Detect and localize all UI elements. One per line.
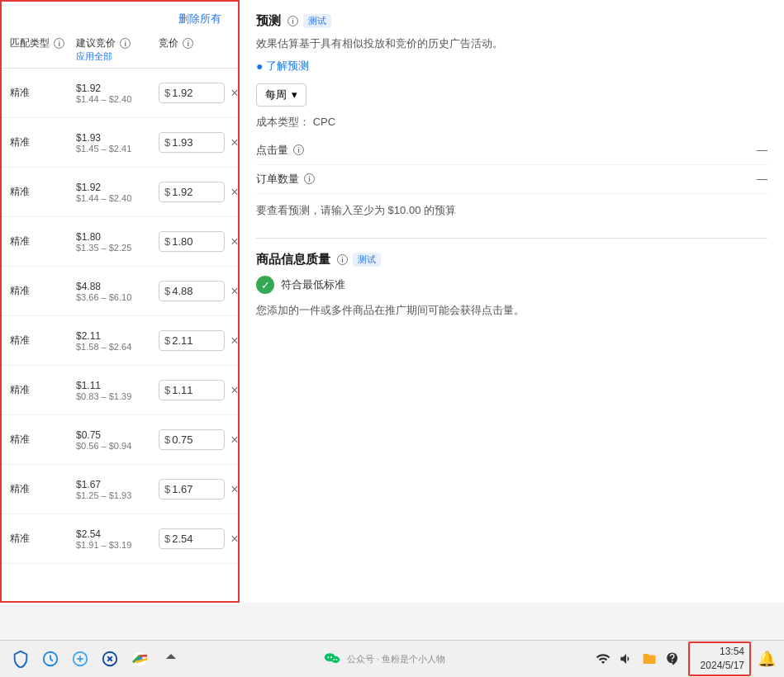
remove-bid-button[interactable]: × [225,285,240,298]
bid-table-row: 精准 $1.80 $1.35 – $2.25 $ × [2,217,238,267]
time-display: 13:54 [695,645,744,659]
match-type-cell: 精准 [10,86,76,100]
forecast-info-icon[interactable]: i [287,16,298,26]
bid-input-field[interactable] [172,186,213,198]
quality-section: 商品信息质量 i 测试 ✓ 符合最低标准 您添加的一件或多件商品在推广期间可能会… [256,252,767,319]
table-header: 匹配类型 i 建议竞价 i 应用全部 竞价 i [2,33,238,69]
bid-table-row: 精准 $0.75 $0.56 – $0.94 $ × [2,415,238,465]
clicks-label: 点击量 i [256,143,304,158]
bid-input-wrap: $ [159,83,225,103]
app1-taskbar-icon[interactable] [38,646,63,671]
watermark-area: 公众号 · 鱼粉是个小人物 [322,649,445,669]
chevron-down-icon: ▾ [292,88,297,101]
orders-row: 订单数量 i — [256,165,767,194]
bid-input-field[interactable] [172,433,213,446]
bid-input-wrap: $ [159,281,225,301]
remove-bid-button[interactable]: × [225,186,240,199]
bid-rows-container: 精准 $1.92 $1.44 – $2.40 $ × 精准 $1.93 $1.4… [2,69,238,564]
suggested-price-cell: $4.88 $3.66 – $6.10 [76,281,159,302]
bid-input-wrap: $ [159,231,225,252]
bid-table-row: 精准 $1.11 $0.83 – $1.39 $ × [2,366,238,415]
suggested-price-cell: $1.93 $1.45 – $2.41 [76,132,159,154]
orders-value: — [757,173,767,185]
chrome-taskbar-icon[interactable] [127,646,152,671]
clicks-row: 点击量 i — [256,136,767,165]
remove-bid-button[interactable]: × [225,533,240,546]
match-type-cell: 精准 [10,482,76,496]
currency-symbol: $ [164,483,170,495]
bid-table-row: 精准 $2.54 $1.91 – $3.19 $ × [2,514,238,564]
folder-icon[interactable] [640,650,658,668]
quality-title: 商品信息质量 i 测试 [256,252,767,267]
currency-symbol: $ [164,87,170,99]
bid-table-row: 精准 $1.92 $1.44 – $2.40 $ × [2,168,238,217]
right-panel: 预测 i 测试 效果估算基于具有相似投放和竞价的历史广告活动。 ● 了解预测 每… [240,0,784,603]
bid-info-icon[interactable]: i [183,38,193,49]
app2-taskbar-icon[interactable] [68,646,93,671]
delete-all-link[interactable]: 删除所有 [10,7,230,31]
currency-symbol: $ [164,384,170,396]
match-type-cell: 精准 [10,234,76,249]
network-icon[interactable] [594,650,612,668]
bid-input-field[interactable] [172,334,213,347]
currency-symbol: $ [164,235,170,248]
security-taskbar-icon[interactable] [8,646,33,671]
volume-icon[interactable] [617,650,635,668]
learn-forecast-link[interactable]: ● 了解预测 [256,59,309,73]
input-method-icon[interactable] [663,650,682,668]
bid-table-row: 精准 $1.92 $1.44 – $2.40 $ × [2,69,238,118]
match-type-cell: 精准 [10,284,76,298]
suggested-bid-info-icon[interactable]: i [120,38,131,49]
suggested-price-cell: $0.75 $0.56 – $0.94 [76,429,159,451]
quality-description: 您添加的一件或多件商品在推广期间可能会获得点击量。 [256,302,767,319]
svg-point-6 [331,656,340,663]
quality-info-icon[interactable]: i [337,254,348,265]
suggested-price-cell: $1.67 $1.25 – $1.93 [76,479,159,500]
taskbar-right: 13:54 2024/5/17 🔔 [586,641,784,676]
bid-table-row: 精准 $2.11 $1.58 – $2.64 $ × [2,316,238,366]
date-display: 2024/5/17 [695,659,744,673]
period-dropdown[interactable]: 每周 ▾ [256,83,306,107]
orders-info-icon[interactable]: i [304,173,315,184]
section-divider [256,238,767,239]
match-type-info-icon[interactable]: i [54,38,64,49]
system-tray [594,650,682,668]
remove-bid-button[interactable]: × [225,384,240,397]
bid-input-field[interactable] [172,384,213,396]
suggested-price-cell: $1.92 $1.44 – $2.40 [76,182,159,203]
check-icon: ✓ [256,276,274,294]
remove-bid-button[interactable]: × [225,433,240,447]
arrow-up-icon[interactable] [164,651,178,666]
forecast-title: 预测 i 测试 [256,13,767,29]
orders-label: 订单数量 i [256,172,315,187]
svg-point-9 [333,659,335,660]
bid-input-field[interactable] [172,87,213,99]
match-type-cell: 精准 [10,334,76,348]
match-type-cell: 精准 [10,433,76,447]
currency-symbol: $ [164,285,170,297]
bid-header: 竞价 i [159,36,230,63]
match-type-cell: 精准 [10,532,76,546]
clicks-info-icon[interactable]: i [293,144,304,155]
currency-symbol: $ [164,533,170,545]
bid-input-field[interactable] [172,285,213,297]
remove-bid-button[interactable]: × [225,87,240,100]
bid-input-field[interactable] [172,533,213,545]
app3-taskbar-icon[interactable] [97,646,122,671]
remove-bid-button[interactable]: × [225,235,240,249]
remove-bid-button[interactable]: × [225,334,240,348]
bid-input-field[interactable] [172,483,213,495]
apply-all-link[interactable]: 应用全部 [76,50,159,63]
clock-area[interactable]: 13:54 2024/5/17 [688,641,751,676]
suggested-price-cell: $2.54 $1.91 – $3.19 [76,528,159,550]
bid-table-row: 精准 $1.93 $1.45 – $2.41 $ × [2,118,238,168]
suggested-price-cell: $1.80 $1.35 – $2.25 [76,231,159,253]
remove-bid-button[interactable]: × [225,483,240,496]
remove-bid-button[interactable]: × [225,136,240,149]
bid-input-field[interactable] [172,235,213,248]
bid-input-field[interactable] [172,136,213,149]
notification-bell-icon[interactable]: 🔔 [758,650,776,668]
bid-input-wrap: $ [159,132,225,153]
taskbar-left [0,646,160,671]
svg-point-8 [330,656,332,658]
